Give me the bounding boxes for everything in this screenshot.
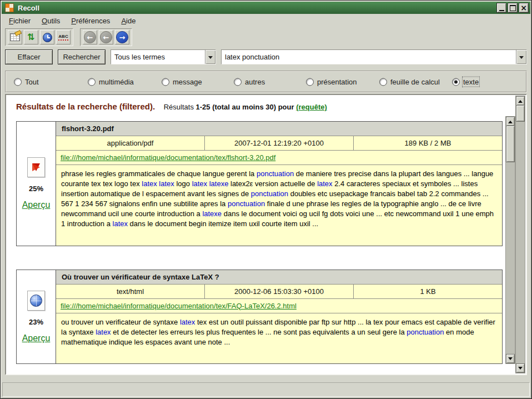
menu-fichier[interactable]: Fichier [4, 16, 36, 27]
search-button[interactable]: Rechercher [58, 49, 106, 64]
query-link[interactable]: (requête) [296, 103, 327, 111]
term-explorer-button[interactable]: ABC [56, 30, 71, 44]
down-arrow-icon [508, 357, 513, 362]
next-page-icon: → [116, 31, 128, 43]
next-page-button[interactable]: → [115, 30, 129, 44]
window-title: Recoll [18, 4, 495, 12]
scroll-up-button[interactable] [516, 96, 525, 106]
sort-by-dates-desc-button[interactable] [40, 30, 54, 44]
result-url-link[interactable]: file:///home/michael/informatique/docume… [61, 302, 297, 310]
filter-frame: Tout multimédia message autres présentat… [5, 71, 527, 93]
scroll-up-button[interactable] [506, 117, 515, 126]
main-tool-group: ⇅ ABC [5, 28, 73, 46]
preview-link[interactable]: Aperçu [22, 333, 51, 343]
clock-icon [43, 33, 52, 42]
radio-circle [162, 78, 169, 86]
result-date: 2007-12-01 12:19:20 +0100 [205, 136, 354, 150]
inner-scrollbar[interactable] [505, 116, 515, 364]
result-snippet: ou trouver un verificateur de syntaxe la… [56, 313, 502, 364]
spellcheck-abc-icon: ABC [58, 34, 68, 41]
maximize-icon [510, 5, 516, 11]
clear-search-button[interactable] [8, 30, 22, 44]
scroll-down-button[interactable] [516, 363, 525, 373]
result-item-2: 23% Aperçu Où trouver un vérificateur de… [16, 270, 503, 365]
close-button[interactable]: × [519, 3, 529, 13]
filter-radio-feuille-de-calcul[interactable]: feuille de calcul [379, 78, 440, 86]
results-summary-prefix: Résultats [164, 103, 194, 111]
scroll-down-button[interactable] [506, 354, 515, 363]
relevance-percent: 23% [29, 318, 43, 326]
scrollbar-thumb[interactable] [506, 126, 515, 162]
down-arrow-icon [518, 367, 523, 372]
result-1-side: 25% Aperçu [16, 121, 56, 246]
first-page-icon: ← [84, 31, 96, 43]
result-size: 189 KB / 2 MB [354, 136, 502, 150]
filter-radio-presentation[interactable]: présentation [306, 78, 357, 86]
mode-dropdown-arrow-icon[interactable] [205, 50, 215, 64]
query-combo[interactable] [221, 49, 527, 64]
up-arrow-icon [518, 98, 523, 103]
filter-radio-tout[interactable]: Tout [14, 78, 39, 86]
result-size: 1 KB [354, 285, 502, 298]
menu-outils[interactable]: Outils [37, 16, 65, 27]
recoll-window: Recoll × Fichier Outils Préférences Aide… [0, 0, 532, 399]
radio-circle [88, 78, 96, 86]
result-2-table: Où trouver un vérificateur de syntaxe La… [56, 270, 503, 365]
results-summary-range: 1-25 (total au moins 30) pour [196, 103, 294, 111]
radio-circle [306, 78, 314, 86]
result-title: Où trouver un vérificateur de syntaxe La… [56, 270, 502, 285]
result-snippet: phrase les regles grammaticales de chaqu… [56, 165, 502, 246]
clear-button[interactable]: Effacer [5, 49, 53, 64]
prev-page-icon: ← [100, 31, 112, 43]
outer-scrollbar[interactable] [515, 96, 525, 373]
result-url-row: file:///home/michael/informatique/docume… [56, 299, 502, 313]
result-meta-row: text/html 2000-12-06 15:03:30 +0100 1 KB [56, 285, 502, 299]
html-globe-icon [27, 291, 45, 311]
results-header: Résultats de la recherche (filtered). Ré… [16, 102, 506, 111]
menubar: Fichier Outils Préférences Aide [4, 16, 140, 27]
search-row: Effacer Rechercher Tous les termes [5, 49, 527, 64]
close-icon: × [520, 4, 527, 12]
filter-radio-message[interactable]: message [162, 78, 202, 86]
menu-preferences[interactable]: Préférences [66, 16, 115, 27]
preview-link[interactable]: Aperçu [22, 200, 51, 210]
nav-tool-group: ← ← → [80, 28, 132, 46]
relevance-percent: 25% [29, 184, 43, 193]
sort-dates-icon: ⇅ [27, 33, 34, 42]
radio-circle [234, 78, 242, 86]
app-icon [5, 3, 14, 12]
prev-page-button[interactable]: ← [99, 30, 113, 44]
result-url-row: file:///home/michael/informatique/docume… [56, 151, 502, 165]
radio-circle [452, 78, 460, 86]
minimize-icon [499, 10, 504, 11]
first-page-button[interactable]: ← [83, 30, 97, 44]
titlebar[interactable]: Recoll × [2, 2, 530, 14]
filter-radio-multimedia[interactable]: multimédia [88, 78, 134, 86]
radio-circle [14, 78, 22, 86]
result-item-1: 25% Aperçu flshort-3.20.pdf application/… [16, 121, 503, 246]
up-arrow-icon [508, 118, 513, 123]
result-url-link[interactable]: file:///home/michael/informatique/docume… [61, 153, 275, 162]
status-bar [2, 382, 530, 397]
query-history-dropdown-icon[interactable] [516, 50, 526, 64]
pdf-icon [27, 157, 45, 177]
menu-aide[interactable]: Aide [116, 16, 140, 27]
search-input[interactable] [222, 50, 516, 64]
results-title: Résultats de la recherche (filtered). [16, 102, 155, 111]
results-list: Résultats de la recherche (filtered). Ré… [6, 95, 506, 373]
sort-by-dates-button[interactable]: ⇅ [24, 30, 38, 44]
maximize-button[interactable] [508, 3, 518, 13]
search-mode-value: Tous les termes [111, 50, 205, 64]
result-2-side: 23% Aperçu [16, 270, 56, 365]
result-1-table: flshort-3.20.pdf application/pdf 2007-12… [56, 121, 503, 246]
radio-circle [379, 78, 387, 86]
scrollbar-thumb[interactable] [516, 105, 525, 122]
toolbar: ⇅ ABC ← ← → [5, 28, 132, 46]
results-area: Résultats de la recherche (filtered). Ré… [5, 94, 527, 375]
search-mode-select[interactable]: Tous les termes [111, 49, 216, 64]
minimize-button[interactable] [496, 3, 506, 13]
filter-radio-autres[interactable]: autres [234, 78, 265, 86]
filter-radio-texte[interactable]: texte [452, 78, 479, 86]
result-date: 2000-12-06 15:03:30 +0100 [205, 285, 354, 298]
result-mime: text/html [56, 285, 205, 298]
